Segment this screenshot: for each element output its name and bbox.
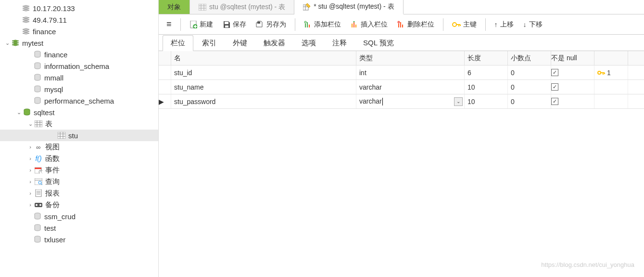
cell-key[interactable] <box>594 80 628 94</box>
report-icon <box>34 189 43 198</box>
cell-notnull[interactable]: ✓ <box>551 94 594 108</box>
tree-node[interactable]: ›∞视图 <box>0 141 158 153</box>
tree-node[interactable]: stu <box>0 130 158 141</box>
tree-node[interactable]: finance <box>0 49 158 60</box>
subtab-2[interactable]: 外键 <box>225 36 255 51</box>
type-dropdown-button[interactable]: ⌄ <box>454 97 463 106</box>
col-header-type[interactable]: 类型 <box>356 51 465 65</box>
tree-node[interactable]: test <box>0 222 158 234</box>
connection-tree[interactable]: 10.17.20.13349.4.79.11finance⌄mytestfina… <box>0 0 159 277</box>
table-icon <box>199 4 206 11</box>
saveas-button[interactable]: 另存为 <box>252 18 290 31</box>
cell-decimals[interactable]: 0 <box>508 80 551 94</box>
tree-node[interactable]: information_schema <box>0 60 158 72</box>
cell-type[interactable]: int <box>356 66 465 79</box>
col-header-length[interactable]: 长度 <box>465 51 508 65</box>
editor-tabs: 对象 stu @sqltest (mytest) - 表 * stu @sqlt… <box>159 0 644 14</box>
col-header-key[interactable] <box>594 51 628 65</box>
cell-decimals[interactable]: 0 <box>508 94 551 108</box>
primary-key-button[interactable]: 主键 <box>448 18 480 31</box>
hamburger-icon: ≡ <box>166 19 172 29</box>
new-button[interactable]: 新建 <box>186 18 217 31</box>
checkbox-icon[interactable]: ✓ <box>551 83 558 91</box>
tab-label: stu @sqltest (mytest) - 表 <box>209 3 285 12</box>
cell-length[interactable]: 10 <box>465 80 508 94</box>
add-column-icon <box>304 21 312 28</box>
menu-button[interactable]: ≡ <box>163 17 176 31</box>
db-icon <box>33 96 42 105</box>
delete-column-icon <box>397 21 405 28</box>
save-icon <box>223 21 230 28</box>
checkbox-icon[interactable]: ✓ <box>551 69 558 76</box>
subtab-5[interactable]: 注释 <box>325 36 354 51</box>
tree-node-label: performance_schema <box>44 97 158 105</box>
tree-node[interactable]: 10.17.20.133 <box>0 2 158 14</box>
cell-key[interactable]: 1 <box>594 66 628 79</box>
subtab-1[interactable]: 索引 <box>194 36 224 51</box>
save-button[interactable]: 保存 <box>219 18 250 31</box>
tree-node-label: 表 <box>45 119 158 129</box>
cell-name[interactable]: stu_id <box>171 66 356 79</box>
tree-node[interactable]: 49.4.79.11 <box>0 14 158 26</box>
move-down-button[interactable]: ↓ 下移 <box>519 18 546 31</box>
tree-node-label: test <box>44 224 158 232</box>
tree-node[interactable]: ›备份 <box>0 199 158 211</box>
delete-column-button[interactable]: 删除栏位 <box>393 18 438 31</box>
tree-node-label: 查询 <box>45 177 158 186</box>
button-label: 保存 <box>233 20 246 29</box>
tree-node[interactable]: ›查询 <box>0 176 158 187</box>
event-icon <box>34 166 43 174</box>
tree-node-label: 报表 <box>45 189 158 198</box>
grid-row[interactable]: stu_idint60✓1 <box>159 66 644 80</box>
cell-decimals[interactable]: 0 <box>508 66 551 79</box>
cell-notnull[interactable]: ✓ <box>551 80 594 94</box>
cell-notnull[interactable]: ✓ <box>551 66 594 79</box>
cell-length[interactable]: 10 <box>465 94 508 108</box>
tree-node[interactable]: ssm_crud <box>0 211 158 222</box>
cell-name[interactable]: stu_password <box>171 94 356 108</box>
add-column-button[interactable]: 添加栏位 <box>300 18 345 31</box>
grid-row[interactable]: ▶stu_passwordvarchar⌄100✓ <box>159 94 644 109</box>
cell-type[interactable]: varchar⌄ <box>356 94 465 108</box>
row-marker <box>159 66 171 79</box>
tab-objects[interactable]: 对象 <box>159 0 190 14</box>
col-header-decimals[interactable]: 小数点 <box>508 51 551 65</box>
designer-subtabs: 栏位索引外键触发器选项注释SQL 预览 <box>159 35 644 51</box>
tree-node[interactable]: txluser <box>0 234 158 245</box>
col-header-notnull[interactable]: 不是 null <box>551 51 594 65</box>
tree-node[interactable]: ⌄sqltest <box>0 106 158 118</box>
tree-node[interactable]: ›报表 <box>0 187 158 199</box>
cell-name[interactable]: stu_name <box>171 80 356 94</box>
subtab-0[interactable]: 栏位 <box>163 35 193 51</box>
button-label: 上移 <box>500 20 514 29</box>
tree-node[interactable]: finance <box>0 26 158 37</box>
svg-rect-47 <box>225 22 228 24</box>
tree-node[interactable]: ›f()函数 <box>0 153 158 164</box>
cell-length[interactable]: 6 <box>465 66 508 79</box>
grid-row[interactable]: stu_namevarchar100✓ <box>159 80 644 94</box>
checkbox-icon[interactable]: ✓ <box>551 98 558 105</box>
tree-node-label: ssm_crud <box>44 212 158 221</box>
conn-icon <box>21 4 31 13</box>
tree-node[interactable]: ⌄mytest <box>0 37 158 49</box>
button-label: 下移 <box>529 20 543 29</box>
subtab-6[interactable]: SQL 预览 <box>355 36 402 51</box>
tree-node[interactable]: ⌄表 <box>0 118 158 130</box>
tab-stu-view[interactable]: stu @sqltest (mytest) - 表 <box>190 0 294 14</box>
tree-node[interactable]: mysql <box>0 83 158 95</box>
tree-node[interactable]: performance_schema <box>0 95 158 106</box>
cell-type[interactable]: varchar <box>356 80 465 94</box>
chevron-icon: ⌄ <box>15 109 22 116</box>
tab-stu-design[interactable]: * stu @sqltest (mytest) - 表 <box>294 0 403 14</box>
subtab-4[interactable]: 选项 <box>294 36 324 51</box>
col-header-name[interactable]: 名 <box>171 51 356 65</box>
tree-node[interactable]: ›事件 <box>0 164 158 176</box>
grid-header-row: 名 类型 长度 小数点 不是 null <box>159 51 644 66</box>
cell-key[interactable] <box>594 94 628 108</box>
db-icon <box>33 73 42 82</box>
insert-column-button[interactable]: 插入栏位 <box>347 18 391 31</box>
subtab-3[interactable]: 触发器 <box>256 36 293 51</box>
button-label: 新建 <box>200 20 213 29</box>
tree-node[interactable]: mmall <box>0 72 158 83</box>
move-up-button[interactable]: ↑ 上移 <box>491 18 518 31</box>
